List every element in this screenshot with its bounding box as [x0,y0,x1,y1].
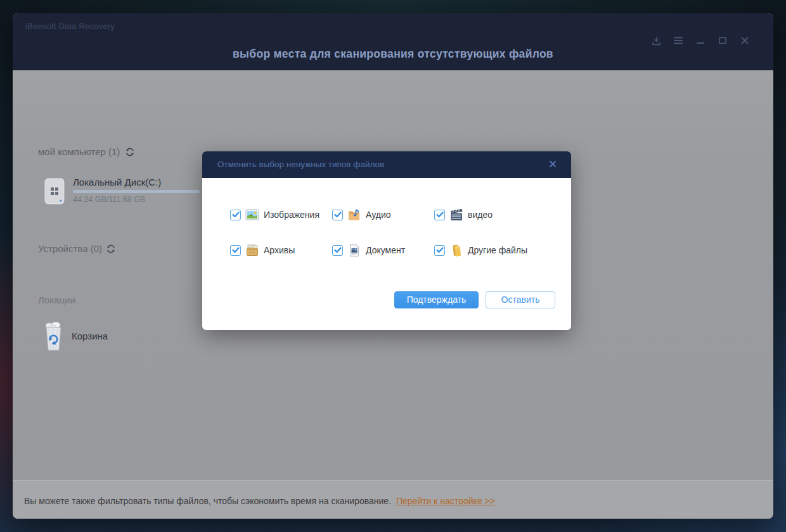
checkbox-audio[interactable] [332,210,343,220]
video-icon [449,208,463,222]
file-type-label: Другие файлы [468,245,527,255]
confirm-button[interactable]: Подтверждать [394,291,479,308]
file-type-label: видео [468,210,493,220]
section-locations: Локации [38,294,75,305]
file-type-archives[interactable]: Архивы [230,243,332,257]
keep-button[interactable]: Оставить [486,291,555,308]
section-my-computer: мой компьютер (1) [38,146,120,157]
section-devices: Устройства (0) [38,243,102,254]
save-icon[interactable] [650,35,662,46]
archive-icon [245,243,259,257]
menu-icon[interactable] [673,35,684,46]
footer-bar: Вы можете также фильтровать типы файлов,… [13,480,773,519]
file-type-images[interactable]: Изображения [230,208,332,222]
document-icon [347,243,361,257]
page-title: выбор места для сканирования отсутствующ… [13,48,773,61]
checkbox-other[interactable] [434,245,445,256]
other-files-icon [449,243,463,257]
file-type-label: Архивы [264,245,295,255]
file-type-audio[interactable]: Аудио [332,208,434,222]
checkbox-documents[interactable] [332,245,343,256]
dialog-title: Отменить выбор ненужных типов файлов [217,160,384,169]
minimize-icon[interactable] [695,35,706,46]
file-type-label: Аудио [366,210,391,220]
dialog-header: Отменить выбор ненужных типов файлов ✕ [202,151,571,178]
recycle-bin-icon [41,321,66,355]
window-controls [650,35,751,46]
close-icon[interactable] [739,35,751,46]
maximize-icon[interactable] [717,35,728,46]
audio-icon [347,208,361,222]
file-type-video[interactable]: видео [434,208,567,222]
recycle-bin-item[interactable]: Корзина [41,321,167,354]
file-type-documents[interactable]: Документ [332,243,434,257]
checkbox-archives[interactable] [230,245,241,256]
refresh-icon[interactable] [106,244,116,254]
app-window: iBeesoft Data Recovery [13,13,773,519]
image-icon [245,208,259,222]
drive-usage-text: 44.24 GB/111.68 GB [73,195,145,204]
app-title: iBeesoft Data Recovery [25,22,115,31]
checkbox-images[interactable] [230,210,241,220]
drive-name: Локальный Диск(C:) [73,177,161,187]
settings-link[interactable]: Перейти к настройке >> [396,496,495,506]
file-type-dialog: Отменить выбор ненужных типов файлов ✕ [202,151,571,330]
recycle-bin-label: Корзина [72,331,108,341]
file-type-other[interactable]: Другие файлы [434,243,567,257]
drive-usage-bar [73,190,200,193]
file-type-label: Изображения [264,210,319,220]
hard-drive-icon [42,177,67,208]
titlebar: iBeesoft Data Recovery [13,13,773,70]
close-icon[interactable]: ✕ [546,158,560,172]
file-type-grid: Изображения Аудио [230,208,567,257]
checkbox-video[interactable] [434,210,445,220]
footer-text: Вы можете также фильтровать типы файлов,… [24,496,391,506]
file-type-label: Документ [366,245,405,255]
drive-item-c[interactable]: Локальный Диск(C:) 44.24 GB/111.68 GB [42,175,219,207]
refresh-icon[interactable] [125,147,135,157]
